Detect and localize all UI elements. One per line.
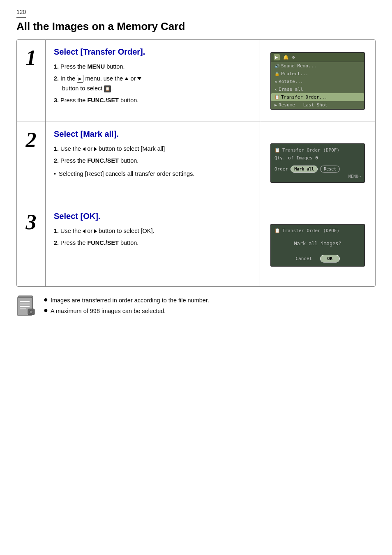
step-2-body: 1. Use the or button to select [Mark all… [54, 144, 251, 179]
right-arrow-icon [94, 147, 97, 151]
lcd-2-mark-all-btn[interactable]: Mark all [291, 166, 318, 173]
step-2-number: 2 [26, 129, 37, 151]
note-bullet-1: ● Images are transferred in order accord… [44, 295, 209, 306]
lcd-3-title-text: Transfer Order (DPOF) [282, 228, 339, 233]
transfer-order-icon: 📋 [274, 95, 279, 99]
sound-icon: 🔊 [274, 64, 279, 68]
step-3-inst-2: 2. Press the FUNC./SET button. [54, 238, 251, 248]
step-1-heading: Select [Transfer Order]. [54, 47, 251, 57]
lcd-2-back: MENU↩ [274, 174, 361, 179]
down-arrow-icon [137, 77, 141, 80]
step-2-inst-2: 2. Press the FUNC./SET button. [54, 156, 251, 166]
step-2-note: Selecting [Reset] cancels all transfer o… [54, 169, 251, 179]
tab-sound: 🔔 [283, 55, 289, 60]
step-3-number-col: 3 [17, 204, 46, 286]
up-arrow-icon [125, 77, 129, 80]
page-number: 120 [16, 9, 26, 18]
resume-icon: ▶ [274, 103, 277, 107]
note-2-text: A maximum of 998 images can be selected. [51, 306, 166, 316]
step-3-number: 3 [26, 212, 37, 233]
lcd-2-title-text: Transfer Order (DPOF) [282, 147, 339, 153]
menu-resume: ▶ Resume Last Shot [271, 101, 364, 109]
step-1-number: 1 [26, 47, 37, 69]
step-1-body: 1. Press the MENU button. 2. In the ▶ me… [54, 62, 251, 106]
menu-protect: 🔒 Protect... [271, 70, 364, 78]
erase-icon: ✕ [274, 87, 277, 92]
step-2-number-col: 2 [17, 122, 46, 204]
lcd-3-cancel-btn[interactable]: Cancel [296, 256, 312, 261]
note-1-text: Images are transferred in order accordin… [51, 295, 209, 306]
transfer-icon: 📋 [104, 85, 111, 92]
lcd-2-order-label: Order [274, 166, 288, 172]
lcd-2-qty: Qty. of Images 0 [274, 155, 361, 161]
step-3-inst-1: 1. Use the or button to select [OK]. [54, 226, 251, 236]
play-icon: ▶ [77, 75, 83, 83]
menu-transfer-order: 📋 Transfer Order... [271, 93, 364, 101]
lcd-2-title: 📋 Transfer Order (DPOF) [274, 147, 361, 153]
step-2-content: Select [Mark all]. 1. Use the or button … [46, 122, 260, 204]
step-3-row: 3 Select [OK]. 1. Use the or button to s… [17, 204, 375, 286]
step-1-inst-1: 1. Press the MENU button. [54, 62, 251, 72]
left-arrow-2-icon [83, 229, 85, 233]
menu-rotate: ↻ Rotate... [271, 78, 364, 85]
step-3-body: 1. Use the or button to select [OK]. 2. … [54, 226, 251, 248]
step-1-number-col: 1 [17, 40, 46, 122]
lcd-2-transfer-icon: 📋 [274, 147, 280, 153]
lcd-3-ok-btn[interactable]: OK [320, 255, 339, 263]
svg-point-7 [30, 310, 33, 313]
step-3-image: 📋 Transfer Order (DPOF) Mark all images?… [260, 204, 375, 286]
lcd-3-transfer-icon: 📋 [274, 228, 280, 233]
step-1-row: 1 Select [Transfer Order]. 1. Press the … [17, 40, 375, 122]
step-3-content: Select [OK]. 1. Use the or button to sel… [46, 204, 260, 286]
step-3-heading: Select [OK]. [54, 212, 251, 221]
right-arrow-2-icon [94, 229, 97, 233]
note-icon [16, 295, 37, 318]
bullet-dot-2: ● [44, 306, 48, 315]
protect-icon: 🔒 [274, 71, 279, 76]
step-1-image: ▶ 🔔 ⚙ 🔊 Sound Memo... 🔒 Protect... ↻ Rot… [260, 40, 375, 122]
lcd-3-message: Mark all images? [274, 241, 361, 246]
tab-play: ▶ [274, 54, 280, 60]
note-bullet-2: ● A maximum of 998 images can be selecte… [44, 306, 209, 316]
steps-container: 1 Select [Transfer Order]. 1. Press the … [16, 39, 376, 287]
step-2-heading: Select [Mark all]. [54, 129, 251, 139]
step-1-inst-2: 2. In the ▶ menu, use the or button to s… [54, 74, 251, 94]
page-title: All the Images on a Memory Card [16, 20, 376, 33]
lcd-top-bar-1: ▶ 🔔 ⚙ [271, 53, 364, 62]
menu-sound-memo: 🔊 Sound Memo... [271, 62, 364, 70]
lcd-screen-3: 📋 Transfer Order (DPOF) Mark all images?… [270, 224, 365, 267]
lcd-2-reset-btn[interactable]: Reset [320, 166, 340, 173]
step-2-row: 2 Select [Mark all]. 1. Use the or butto… [17, 122, 375, 204]
lcd-2-buttons-row: Order Mark all Reset [274, 166, 361, 173]
left-arrow-icon [83, 147, 85, 151]
step-2-inst-1: 1. Use the or button to select [Mark all… [54, 144, 251, 154]
lcd-screen-1: ▶ 🔔 ⚙ 🔊 Sound Memo... 🔒 Protect... ↻ Rot… [270, 52, 365, 110]
step-2-image: 📋 Transfer Order (DPOF) Qty. of Images 0… [260, 122, 375, 204]
step-1-content: Select [Transfer Order]. 1. Press the ME… [46, 40, 260, 122]
menu-erase-all: ✕ Erase all [271, 85, 364, 93]
note-text: ● Images are transferred in order accord… [44, 295, 209, 316]
step-1-inst-3: 3. Press the FUNC./SET button. [54, 95, 251, 106]
lcd-3-title: 📋 Transfer Order (DPOF) [274, 228, 361, 233]
lcd-screen-2: 📋 Transfer Order (DPOF) Qty. of Images 0… [270, 143, 365, 183]
note-section: ● Images are transferred in order accord… [16, 295, 376, 318]
lcd-3-action-row: Cancel OK [274, 255, 361, 263]
rotate-icon: ↻ [274, 79, 277, 84]
tab-settings: ⚙ [292, 55, 295, 60]
bullet-dot-1: ● [44, 295, 48, 304]
